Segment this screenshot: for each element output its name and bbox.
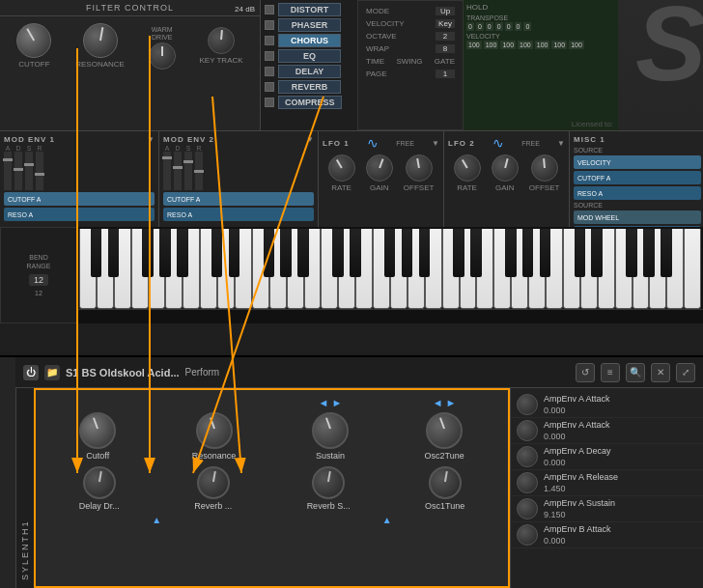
seq-checkbox-reverb[interactable] bbox=[265, 82, 274, 92]
param-knob-4[interactable] bbox=[517, 498, 538, 519]
adsr-s1: S bbox=[25, 145, 33, 190]
plugin-power-icon[interactable]: ⏻ bbox=[23, 365, 39, 380]
cutoff-unit: Cutoff bbox=[79, 408, 116, 461]
black-key[interactable] bbox=[142, 229, 154, 277]
seq-chorus[interactable]: CHORUS bbox=[278, 34, 341, 47]
black-key[interactable] bbox=[626, 229, 637, 277]
page-label: PAGE bbox=[366, 70, 387, 78]
plugin-expand-btn[interactable]: ⤢ bbox=[676, 363, 695, 382]
transpose-val-4: 0 bbox=[505, 22, 513, 31]
mod-env1-dest1[interactable]: CUTOFF A bbox=[4, 192, 155, 206]
wrap-label: WRAP bbox=[366, 44, 389, 53]
adsr-s1-slider[interactable] bbox=[25, 152, 33, 190]
lfo1-rate-knob[interactable] bbox=[328, 154, 355, 182]
black-key[interactable] bbox=[350, 229, 361, 277]
bottom-arrows-row: ▲ ▲ bbox=[42, 515, 502, 525]
plugin-folder-icon[interactable]: 📁 bbox=[44, 365, 60, 380]
black-key[interactable] bbox=[211, 229, 223, 277]
black-key[interactable] bbox=[159, 229, 171, 277]
adsr-r2-slider[interactable] bbox=[195, 152, 203, 190]
key-track-knob[interactable] bbox=[208, 27, 235, 54]
black-key[interactable] bbox=[522, 229, 534, 277]
resonance-plugin-knob[interactable] bbox=[196, 412, 233, 449]
seq-row-distort: DISTORT bbox=[261, 2, 357, 17]
cutoff-plugin-knob[interactable] bbox=[79, 412, 116, 449]
black-key[interactable] bbox=[108, 229, 120, 277]
misc-source2[interactable]: MOD WHEEL bbox=[574, 210, 701, 224]
delay-dr-knob[interactable] bbox=[83, 466, 116, 499]
osc1tune-knob[interactable] bbox=[429, 466, 462, 499]
seq-checkbox-phaser[interactable] bbox=[265, 20, 274, 30]
osc2tune-plugin-knob[interactable] bbox=[426, 412, 463, 449]
param-knob-3[interactable] bbox=[517, 472, 538, 493]
mod-env2-dest2[interactable]: RESO A bbox=[163, 208, 314, 221]
plugin-refresh-btn[interactable]: ↺ bbox=[576, 363, 595, 382]
param-knob-1[interactable] bbox=[517, 420, 538, 441]
param-knob-5[interactable] bbox=[517, 524, 538, 546]
sustain-plugin-knob[interactable] bbox=[312, 412, 349, 449]
white-key[interactable] bbox=[684, 229, 701, 309]
black-key[interactable] bbox=[91, 229, 102, 277]
black-key[interactable] bbox=[470, 229, 482, 277]
misc-source-dest[interactable]: VELOCITY bbox=[574, 155, 701, 169]
misc-dest1[interactable]: CUTOFF A bbox=[574, 171, 701, 184]
black-key[interactable] bbox=[591, 229, 603, 277]
adsr-a2-slider[interactable] bbox=[163, 152, 171, 190]
reverb-s-knob[interactable] bbox=[312, 466, 345, 499]
black-key[interactable] bbox=[505, 229, 517, 277]
black-key[interactable] bbox=[332, 229, 344, 277]
lfo1-offset-knob[interactable] bbox=[406, 154, 433, 182]
seq-checkbox-eq[interactable] bbox=[265, 51, 274, 61]
adsr-d2: D bbox=[174, 145, 182, 190]
adsr-a1-slider[interactable] bbox=[4, 152, 12, 190]
swing-label: SWING bbox=[396, 57, 422, 66]
lfo1-gain-knob[interactable] bbox=[366, 154, 393, 182]
sustain-knob-name: Sustain bbox=[316, 451, 345, 461]
param-knob-2[interactable] bbox=[517, 446, 538, 467]
plugin-close-btn[interactable]: ✕ bbox=[651, 363, 670, 382]
resonance-knob[interactable] bbox=[83, 23, 118, 58]
black-key[interactable] bbox=[453, 229, 464, 277]
adsr-s2-slider[interactable] bbox=[184, 152, 192, 190]
seq-reverb[interactable]: REVERB bbox=[278, 80, 341, 94]
black-key[interactable] bbox=[264, 229, 275, 277]
seq-checkbox-chorus[interactable] bbox=[265, 36, 274, 45]
adsr-r1-slider[interactable] bbox=[36, 152, 43, 190]
vel-val-2: 100 bbox=[500, 41, 516, 49]
param-value-1: 0.000 bbox=[544, 432, 697, 441]
seq-checkbox-distort[interactable] bbox=[265, 5, 274, 14]
black-key[interactable] bbox=[419, 229, 431, 277]
black-key[interactable] bbox=[384, 229, 396, 277]
black-key[interactable] bbox=[297, 229, 309, 277]
seq-checkbox-compress[interactable] bbox=[265, 98, 274, 107]
seq-phaser[interactable]: PHASER bbox=[278, 18, 341, 32]
seq-compress[interactable]: COMPRESS bbox=[278, 96, 342, 109]
seq-eq[interactable]: EQ bbox=[278, 49, 341, 63]
seq-checkbox-delay[interactable] bbox=[265, 67, 274, 76]
plugin-search-btn[interactable]: 🔍 bbox=[626, 363, 645, 382]
reverb1-knob[interactable] bbox=[197, 466, 230, 499]
black-key[interactable] bbox=[575, 229, 586, 277]
lfo2-gain-knob[interactable] bbox=[492, 154, 519, 182]
mod-env1-dest2[interactable]: RESO A bbox=[4, 208, 155, 221]
black-key[interactable] bbox=[177, 229, 188, 277]
mod-env2-dest1[interactable]: CUTOFF A bbox=[163, 192, 314, 206]
adsr-d2-slider[interactable] bbox=[174, 152, 182, 190]
seq-distort[interactable]: DISTORT bbox=[278, 3, 341, 16]
black-key[interactable] bbox=[229, 229, 240, 277]
param-knob-0[interactable] bbox=[517, 394, 538, 415]
black-key[interactable] bbox=[280, 229, 292, 277]
lfo2-rate-knob[interactable] bbox=[454, 154, 481, 182]
misc-dest2[interactable]: RESO A bbox=[574, 186, 701, 200]
cutoff-knob[interactable] bbox=[16, 23, 51, 58]
lfo2-offset-knob[interactable] bbox=[531, 154, 558, 182]
adsr-d1-slider[interactable] bbox=[14, 152, 22, 190]
black-key[interactable] bbox=[540, 229, 551, 277]
warm-drive-knob[interactable] bbox=[149, 42, 176, 70]
plugin-list-btn[interactable]: ≡ bbox=[601, 363, 620, 382]
seq-delay[interactable]: DELAY bbox=[278, 65, 341, 78]
black-key[interactable] bbox=[661, 229, 672, 277]
black-key[interactable] bbox=[643, 229, 655, 277]
param-info-4: AmpEnv A Sustain 9.150 bbox=[544, 498, 697, 519]
black-key[interactable] bbox=[402, 229, 413, 277]
